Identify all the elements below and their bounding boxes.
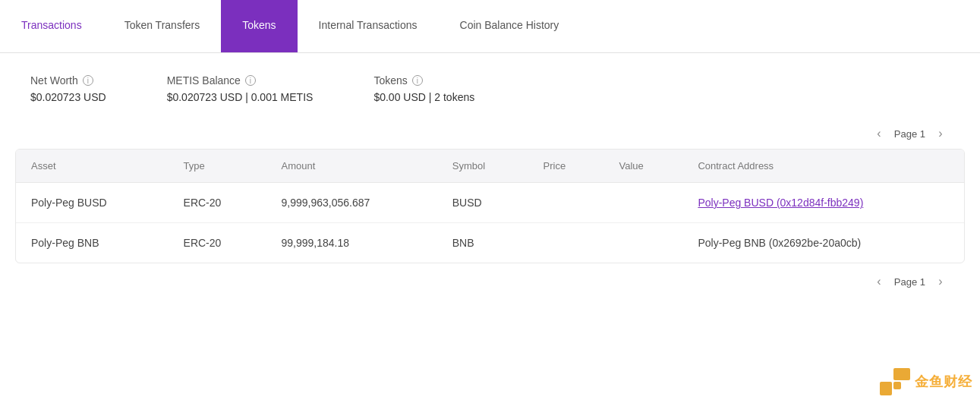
page-label-top: Page 1 [894,128,925,140]
metis-balance-item: METIS Balance i $0.020723 USD | 0.001 ME… [167,74,314,103]
metis-balance-info-icon[interactable]: i [245,75,256,86]
net-worth-info-icon[interactable]: i [83,75,93,86]
net-worth-value: $0.020723 USD [30,91,106,103]
svg-rect-2 [893,382,901,389]
pagination-top: ‹ Page 1 › [0,118,980,149]
col-contract-address: Contract Address [682,150,964,183]
col-type: Type [169,150,266,183]
tokens-label: Tokens i [373,74,474,87]
col-price: Price [528,150,604,183]
metis-balance-label: METIS Balance i [167,74,314,87]
metis-balance-value: $0.020723 USD | 0.001 METIS [167,91,314,103]
next-page-top-button[interactable]: › [931,124,950,143]
net-worth-label: Net Worth i [30,74,106,87]
table-row: Poly-Peg BUSD ERC-20 9,999,963,056.687 B… [16,183,964,223]
row1-symbol: BUSD [437,183,528,223]
col-amount: Amount [266,150,437,183]
pagination-bottom: ‹ Page 1 › [0,263,980,300]
watermark-label: 金鱼财经 [915,373,972,391]
row2-amount: 99,999,184.18 [266,223,437,263]
row1-contract-link[interactable]: Poly-Peg BUSD (0x12d84f-fbb249) [698,197,863,209]
row2-contract-address: Poly-Peg BNB (0x2692be-20a0cb) [682,223,964,263]
tokens-table-container: Asset Type Amount Symbol Price Value Con… [15,149,965,263]
tab-internal-transactions[interactable]: Internal Transactions [298,0,439,52]
row2-symbol: BNB [437,223,528,263]
tokens-value: $0.00 USD | 2 tokens [373,91,474,103]
table-header-row: Asset Type Amount Symbol Price Value Con… [16,150,964,183]
table-row: Poly-Peg BNB ERC-20 99,999,184.18 BNB Po… [16,223,964,263]
row1-asset: Poly-Peg BUSD [16,183,169,223]
page-label-bottom: Page 1 [894,276,925,288]
col-value: Value [604,150,683,183]
tab-coin-balance-history[interactable]: Coin Balance History [439,0,581,52]
prev-page-bottom-button[interactable]: ‹ [870,272,888,291]
watermark: 金鱼财经 [880,368,972,395]
col-asset: Asset [16,150,169,183]
tab-transactions[interactable]: Transactions [0,0,103,52]
tab-token-transfers[interactable]: Token Transfers [103,0,222,52]
row2-price [528,223,604,263]
row2-type: ERC-20 [169,223,266,263]
row1-value [604,183,683,223]
row1-contract-address[interactable]: Poly-Peg BUSD (0x12d84f-fbb249) [682,183,964,223]
tokens-item: Tokens i $0.00 USD | 2 tokens [373,74,474,103]
row2-value [604,223,683,263]
tokens-info-icon[interactable]: i [412,75,423,86]
col-symbol: Symbol [437,150,528,183]
net-worth-item: Net Worth i $0.020723 USD [30,74,106,103]
prev-page-top-button[interactable]: ‹ [870,124,888,143]
next-page-bottom-button[interactable]: › [931,272,950,291]
row1-price [528,183,604,223]
tab-tokens[interactable]: Tokens [221,0,297,52]
svg-rect-0 [880,382,892,395]
tokens-table: Asset Type Amount Symbol Price Value Con… [16,150,964,263]
main-container: Transactions Token Transfers Tokens Inte… [0,0,980,403]
tab-bar: Transactions Token Transfers Tokens Inte… [0,0,980,53]
row1-amount: 9,999,963,056.687 [266,183,437,223]
watermark-logo-icon [880,368,910,395]
row2-asset: Poly-Peg BNB [16,223,169,263]
row1-type: ERC-20 [169,183,266,223]
summary-section: Net Worth i $0.020723 USD METIS Balance … [0,53,980,118]
svg-rect-1 [893,368,910,380]
